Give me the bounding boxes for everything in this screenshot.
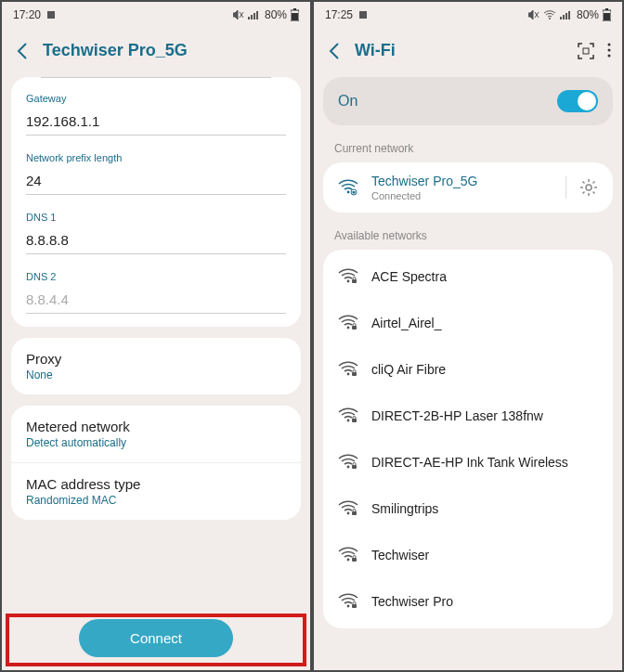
svg-rect-1 bbox=[248, 17, 250, 19]
wifi-status-icon bbox=[543, 10, 556, 19]
network-item[interactable]: Smilingtrips bbox=[323, 485, 613, 532]
more-icon[interactable] bbox=[607, 43, 611, 59]
proxy-card[interactable]: Proxy None bbox=[11, 338, 301, 394]
svg-point-29 bbox=[347, 373, 350, 376]
svg-point-24 bbox=[586, 185, 592, 190]
header: Wi-Fi bbox=[314, 28, 622, 77]
metered-setting[interactable]: Metered network Detect automatically bbox=[11, 406, 301, 463]
svg-rect-23 bbox=[353, 191, 356, 194]
battery-text: 80% bbox=[577, 8, 599, 21]
wifi-lock-icon bbox=[338, 593, 358, 610]
network-item[interactable]: DIRECT-2B-HP Laser 138fnw bbox=[323, 393, 613, 439]
mute-icon bbox=[528, 10, 540, 19]
svg-point-9 bbox=[549, 18, 551, 19]
wifi-switch[interactable] bbox=[557, 90, 598, 112]
wifi-lock-icon bbox=[338, 361, 358, 378]
ip-settings-card: Gateway Network prefix length DNS 1 DNS … bbox=[11, 77, 301, 327]
svg-rect-11 bbox=[563, 15, 565, 19]
advanced-card: Metered network Detect automatically MAC… bbox=[11, 406, 301, 520]
svg-rect-3 bbox=[254, 13, 255, 19]
gear-icon[interactable] bbox=[579, 178, 598, 197]
svg-point-20 bbox=[608, 54, 611, 57]
prefix-label: Network prefix length bbox=[26, 152, 286, 163]
status-time: 17:20 bbox=[13, 8, 41, 21]
svg-point-33 bbox=[347, 466, 350, 469]
battery-text: 80% bbox=[265, 8, 287, 21]
signal-icon bbox=[560, 10, 573, 19]
notification-icon bbox=[46, 10, 56, 19]
network-item[interactable]: Techwiser Pro bbox=[323, 578, 613, 625]
svg-rect-36 bbox=[352, 511, 357, 515]
network-name: ACE Spectra bbox=[371, 269, 447, 284]
network-name: Techwiser Pro bbox=[371, 594, 453, 609]
signal-icon bbox=[248, 10, 261, 19]
current-network-name: Techwiser Pro_5G bbox=[371, 174, 552, 188]
svg-point-25 bbox=[347, 280, 350, 283]
svg-point-35 bbox=[347, 512, 350, 515]
svg-point-39 bbox=[347, 605, 350, 608]
network-item[interactable]: DIRECT-AE-HP Ink Tank Wireless bbox=[323, 439, 613, 485]
divider bbox=[566, 176, 566, 199]
proxy-value: None bbox=[26, 368, 286, 381]
dns1-label: DNS 1 bbox=[26, 212, 286, 223]
qr-scan-icon[interactable] bbox=[578, 43, 594, 59]
connect-button[interactable]: Connect bbox=[79, 619, 233, 657]
header: Techwiser Pro_5G bbox=[2, 28, 310, 77]
battery-icon bbox=[603, 8, 611, 21]
network-name: Smilingtrips bbox=[371, 501, 438, 516]
network-name: DIRECT-2B-HP Laser 138fnw bbox=[371, 408, 543, 423]
current-network-status: Connected bbox=[371, 190, 552, 201]
svg-rect-34 bbox=[352, 465, 357, 469]
network-name: DIRECT-AE-HP Ink Tank Wireless bbox=[371, 455, 568, 470]
network-item[interactable]: Techwiser bbox=[323, 532, 613, 578]
wifi-lock-icon bbox=[338, 454, 358, 471]
svg-rect-2 bbox=[251, 15, 253, 19]
gateway-input[interactable] bbox=[26, 110, 286, 136]
status-bar: 17:20 80% bbox=[2, 2, 310, 28]
svg-rect-8 bbox=[359, 11, 367, 19]
svg-rect-28 bbox=[352, 326, 357, 330]
svg-rect-40 bbox=[352, 604, 357, 608]
wifi-lock-icon bbox=[338, 500, 358, 517]
network-name: cliQ Air Fibre bbox=[371, 362, 446, 377]
dns1-input[interactable] bbox=[26, 228, 286, 254]
network-item[interactable]: cliQ Air Fibre bbox=[323, 346, 613, 393]
mute-icon bbox=[233, 10, 244, 19]
svg-rect-0 bbox=[47, 11, 55, 19]
wifi-toggle-label: On bbox=[338, 93, 358, 110]
svg-rect-13 bbox=[568, 11, 570, 19]
svg-rect-26 bbox=[352, 279, 357, 283]
phone-right: 17:25 80% Wi-Fi bbox=[312, 0, 624, 672]
back-button[interactable] bbox=[325, 42, 344, 60]
svg-point-18 bbox=[608, 43, 611, 45]
wifi-lock-icon bbox=[338, 547, 358, 563]
svg-rect-4 bbox=[256, 11, 258, 19]
svg-rect-17 bbox=[583, 48, 589, 54]
svg-rect-30 bbox=[352, 372, 357, 376]
svg-rect-38 bbox=[352, 558, 357, 562]
back-button[interactable] bbox=[13, 42, 32, 60]
page-title: Wi-Fi bbox=[355, 41, 396, 60]
mac-setting[interactable]: MAC address type Randomized MAC bbox=[11, 463, 301, 520]
wifi-lock-icon bbox=[338, 315, 358, 331]
network-item[interactable]: ACE Spectra bbox=[323, 253, 613, 300]
svg-point-31 bbox=[347, 420, 350, 422]
network-name: Techwiser bbox=[371, 548, 429, 562]
battery-icon bbox=[291, 8, 299, 21]
connect-highlight: Connect bbox=[6, 614, 306, 666]
notification-icon bbox=[358, 10, 368, 19]
prefix-input[interactable] bbox=[26, 169, 286, 195]
svg-rect-12 bbox=[566, 13, 567, 19]
wifi-toggle-row[interactable]: On bbox=[323, 77, 613, 125]
current-network-card[interactable]: Techwiser Pro_5G Connected bbox=[323, 162, 613, 213]
svg-point-19 bbox=[608, 48, 611, 51]
svg-point-27 bbox=[347, 327, 350, 330]
svg-rect-10 bbox=[560, 17, 562, 19]
wifi-lock-icon bbox=[338, 268, 358, 285]
wifi-lock-icon bbox=[338, 407, 358, 424]
svg-rect-32 bbox=[352, 419, 357, 422]
svg-rect-16 bbox=[604, 13, 610, 20]
dns2-input[interactable] bbox=[26, 288, 286, 314]
network-item[interactable]: Airtel_Airel_ bbox=[323, 300, 613, 346]
network-name: Airtel_Airel_ bbox=[371, 316, 441, 330]
